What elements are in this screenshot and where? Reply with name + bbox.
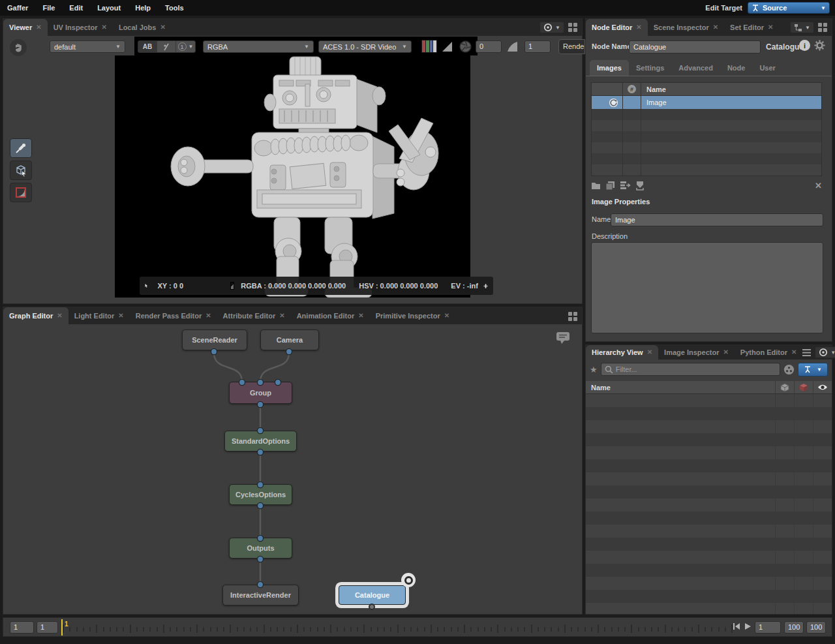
image-row-empty[interactable]	[592, 142, 821, 153]
hierarchy-row-empty[interactable]	[586, 525, 832, 538]
timeline-ruler[interactable]	[63, 618, 735, 637]
playback-range-start-field[interactable]: 1	[37, 621, 58, 634]
compare-ab-button[interactable]: AB	[138, 41, 157, 52]
tab-set-editor[interactable]: Set Editor✕	[724, 19, 779, 36]
menu-tools[interactable]: Tools	[158, 0, 191, 16]
node-name-input[interactable]	[629, 40, 761, 54]
delete-image-icon[interactable]: ✕	[815, 181, 822, 191]
edit-target-select[interactable]: Source ▼	[748, 2, 830, 14]
info-icon[interactable]: i	[799, 40, 810, 51]
display-transform-select[interactable]: ACES 1.0 - SDR Video ▼	[318, 40, 412, 53]
hierarchy-row-empty[interactable]	[586, 394, 832, 407]
menu-layout[interactable]: Layout	[90, 0, 128, 16]
hierarchy-row-empty[interactable]	[586, 498, 832, 512]
editor-follow-menu[interactable]: ▼	[790, 22, 814, 33]
node-standardoptions[interactable]: StandardOptions	[224, 431, 297, 452]
tab-local-jobs[interactable]: Local Jobs ✕	[113, 19, 172, 36]
close-icon[interactable]: ✕	[768, 19, 773, 36]
hierarchy-row-empty[interactable]	[586, 446, 832, 459]
hierarchy-row-empty[interactable]	[586, 603, 832, 614]
close-icon[interactable]: ✕	[723, 345, 728, 360]
close-icon[interactable]: ✕	[358, 307, 363, 324]
hierarchy-row-empty[interactable]	[586, 407, 832, 420]
image-row-empty[interactable]	[592, 120, 821, 131]
add-inspector-icon[interactable]	[483, 281, 488, 292]
subtab-advanced[interactable]: Advanced	[671, 60, 720, 76]
view-select[interactable]: default ▼	[50, 40, 125, 53]
tab-image-inspector[interactable]: Image Inspector✕	[658, 345, 735, 360]
gamma-field[interactable]: 1	[524, 40, 551, 53]
close-icon[interactable]: ✕	[36, 19, 41, 36]
current-frame-field[interactable]: 1	[755, 621, 781, 634]
playhead[interactable]	[61, 619, 63, 636]
skip-to-start-icon[interactable]	[733, 622, 740, 630]
tab-render-pass-editor[interactable]: Render Pass Editor✕	[130, 307, 217, 324]
filter-input[interactable]	[616, 365, 776, 373]
node-graph-canvas[interactable]: SceneReader Camera Group StandardOptions…	[3, 324, 582, 614]
node-outputs[interactable]: Outputs	[229, 538, 292, 559]
hierarchy-row-empty[interactable]	[586, 420, 832, 433]
menu-file[interactable]: File	[35, 0, 62, 16]
hierarchy-row-empty[interactable]	[586, 590, 832, 603]
tab-light-editor[interactable]: Light Editor✕	[68, 307, 130, 324]
hierarchy-row-empty[interactable]	[586, 538, 832, 551]
catalogue-output-plug[interactable]	[369, 604, 375, 610]
subtab-images[interactable]: Images	[590, 60, 629, 76]
close-icon[interactable]: ✕	[713, 19, 718, 36]
close-icon[interactable]: ✕	[444, 307, 449, 324]
tab-animation-editor[interactable]: Animation Editor✕	[291, 307, 370, 324]
inclusions-column[interactable]	[775, 381, 794, 393]
hierarchy-row-empty[interactable]	[586, 577, 832, 590]
image-row-empty[interactable]	[592, 131, 821, 142]
inspect-tool[interactable]	[10, 161, 32, 180]
viewer-target-menu[interactable]: ▼	[539, 22, 564, 33]
crop-window-tool[interactable]	[10, 183, 32, 202]
hierarchy-row-empty[interactable]	[586, 512, 832, 525]
filter-settings-icon[interactable]	[783, 364, 795, 375]
extract-image-icon[interactable]	[635, 181, 645, 191]
aperture-icon[interactable]	[459, 40, 472, 54]
tab-hierarchy-view[interactable]: Hierarchy View✕	[586, 345, 658, 360]
tab-attribute-editor[interactable]: Attribute Editor✕	[217, 307, 291, 324]
menu-gaffer[interactable]: Gaffer	[0, 0, 35, 16]
frame-range-start-field[interactable]: 1	[10, 621, 34, 634]
layout-grid-icon[interactable]	[568, 312, 578, 322]
new-image-icon[interactable]	[591, 181, 601, 190]
tab-uv-inspector[interactable]: UV Inspector ✕	[48, 19, 113, 36]
export-image-icon[interactable]	[620, 181, 631, 190]
subtab-user[interactable]: User	[752, 60, 782, 76]
layout-grid-icon[interactable]	[568, 23, 578, 33]
close-icon[interactable]: ✕	[279, 307, 284, 324]
node-group[interactable]: Group	[229, 382, 292, 404]
menu-edit[interactable]: Edit	[62, 0, 90, 16]
hierarchy-row-empty[interactable]	[586, 459, 832, 472]
node-camera[interactable]: Camera	[260, 330, 319, 350]
gear-icon[interactable]	[814, 40, 825, 51]
exposure-gradient-icon[interactable]	[442, 41, 453, 52]
scene-scope-select[interactable]: ▼	[798, 363, 828, 376]
render-button[interactable]: Render	[558, 39, 585, 54]
tab-python-editor[interactable]: Python Editor✕	[735, 345, 803, 360]
render-viewport[interactable]	[115, 55, 470, 298]
hierarchy-row-empty[interactable]	[586, 472, 832, 485]
annotation-button[interactable]	[554, 331, 571, 345]
close-icon[interactable]: ✕	[647, 345, 652, 360]
close-icon[interactable]: ✕	[57, 307, 62, 324]
exposure-field[interactable]: 0	[476, 40, 502, 53]
layout-grid-icon[interactable]	[818, 23, 828, 33]
tab-primitive-inspector[interactable]: Primitive Inspector✕	[370, 307, 455, 324]
node-interactiverender[interactable]: InteractiveRender	[222, 585, 299, 606]
node-scenereader[interactable]: SceneReader	[182, 330, 247, 350]
image-row-empty[interactable]	[592, 153, 821, 164]
close-icon[interactable]: ✕	[160, 19, 165, 36]
hierarchy-row-empty[interactable]	[586, 485, 832, 498]
pan-tool-button[interactable]	[10, 39, 27, 56]
property-description-textarea[interactable]	[591, 242, 823, 333]
hierarchy-row-empty[interactable]	[586, 551, 832, 564]
hierarchy-row-empty[interactable]	[586, 564, 832, 577]
close-icon[interactable]: ✕	[102, 19, 107, 36]
hierarchy-row-empty[interactable]	[586, 433, 832, 446]
close-icon[interactable]: ✕	[205, 307, 211, 324]
duplicate-image-icon[interactable]	[605, 181, 615, 191]
subtab-node[interactable]: Node	[720, 60, 753, 76]
